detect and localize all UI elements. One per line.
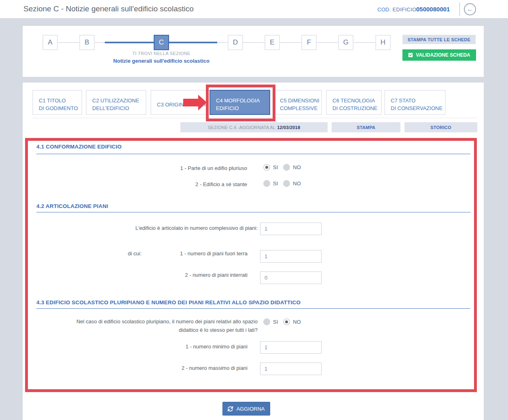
tab-c1-titolo-di-godimento[interactable]: C1 TITOLODI GODIMENTO [32, 90, 82, 115]
stepper-connector [243, 42, 265, 43]
stepper-connector-active [105, 42, 154, 43]
section-updated-date: 12/03/2018 [277, 125, 300, 130]
validate-sheet-label: VALIDAZIONE SCHEDA [416, 52, 470, 58]
field-label-parte-pluriuso: 1 - Parte di un edifio pluriuso [36, 164, 247, 172]
field-label-piani-fuori-terra: 1 - numero di piani fuori terra [36, 249, 248, 258]
step-h[interactable]: H [375, 35, 391, 50]
input-numero-massimo-piani[interactable] [260, 363, 322, 375]
radio-si[interactable] [263, 180, 270, 187]
radio-si[interactable] [263, 318, 270, 325]
step-d[interactable]: D [228, 35, 243, 50]
input-numero-minimo-piani[interactable] [260, 341, 322, 354]
field-label-edificio-se-stante: 2 - Edificio a sé stante [36, 180, 247, 189]
step-e[interactable]: E [265, 35, 280, 50]
radio-no[interactable] [283, 318, 290, 325]
annotation-arrow-icon [183, 99, 199, 106]
radio-si-label: SI [273, 180, 278, 187]
building-code-value: 0500080001 [416, 6, 450, 13]
print-button[interactable]: STAMPA [332, 122, 400, 132]
stepper-connector-active [169, 42, 217, 43]
tab-c7-stato-di-conservazione[interactable]: C7 STATODI CONSERVAZIONE [384, 90, 446, 115]
annotation-box-form [25, 138, 477, 392]
stepper-panel: A B C D E F G H TI TROVI NELLA SEZIONE N… [23, 26, 484, 77]
step-g[interactable]: G [338, 35, 353, 50]
field-label-numero-complessivo-piani: L'edificio è articolato in numero comple… [36, 224, 258, 232]
stepper-connector [58, 42, 79, 43]
radio-no-label: NO [293, 180, 301, 187]
you-are-here-label: TI TROVI NELLA SEZIONE [80, 51, 242, 56]
field-label-numero-massimo-piani: 2 - numero massimo di piani [36, 364, 248, 372]
section-42-divider [36, 212, 470, 212]
input-piani-interrati[interactable] [260, 272, 322, 284]
stepper-connector [317, 42, 338, 43]
tab-c2-utilizzazione-edificio[interactable]: C2 UTILIZZAZIONEDELL'EDIFICIO [86, 90, 146, 115]
radio-si[interactable] [263, 164, 270, 171]
tab-c5-dimensioni-complessive[interactable]: C5 DIMENSIONICOMPLESSIVE [273, 90, 322, 115]
radio-no[interactable] [283, 164, 290, 171]
tabs-separator [32, 118, 477, 118]
stepper-connector [280, 42, 301, 43]
tab-c4-morfologia-edificio[interactable]: C4 MORFOLOGIAEDIFICIO [210, 90, 270, 115]
step-c[interactable]: C [154, 35, 169, 50]
radio-group-pluripiano-question: SI NO [263, 318, 301, 325]
page-title: Sezione C - Notizie generali sull'edific… [23, 4, 194, 13]
section-43-divider [36, 308, 470, 309]
radio-no[interactable] [283, 180, 290, 187]
arrow-left-icon: ← [467, 6, 473, 13]
section-42-title: 4.2 ARTICOLAZIONE PIANI [36, 203, 108, 209]
radio-no-label: NO [293, 164, 301, 170]
annotation-arrow-head-icon [198, 95, 207, 110]
update-button[interactable]: AGGIORNA [222, 402, 270, 416]
stepper-connector [217, 42, 228, 43]
validate-sheet-button[interactable]: VALIDAZIONE SCHEDA [402, 49, 476, 61]
header-divider [459, 2, 460, 16]
radio-si-label: SI [273, 164, 278, 170]
field-label-pluripiano-question: Nel caso di edificio scolastico pluripia… [36, 317, 258, 334]
input-piani-fuori-terra[interactable] [260, 250, 322, 263]
refresh-icon [228, 406, 233, 412]
step-a[interactable]: A [42, 35, 58, 50]
tab-c6-tecnologia-di-costruzione[interactable]: C6 TECNOLOGIADI COSTRUZIONE [326, 90, 382, 115]
check-square-icon [408, 53, 413, 57]
section-41-title: 4.1 CONFORMAZIONE EDIFICIO [36, 144, 122, 150]
step-f[interactable]: F [301, 35, 317, 50]
building-code-label: COD. EDIFICIO [377, 6, 416, 13]
stepper-caption: TI TROVI NELLA SEZIONE Notizie generali … [80, 51, 242, 64]
radio-no-label: NO [293, 319, 301, 325]
back-button[interactable]: ← [464, 3, 476, 15]
top-header: Sezione C - Notizie generali sull'edific… [0, 0, 508, 19]
input-numero-complessivo-piani[interactable] [260, 223, 322, 235]
section-41-divider [36, 154, 470, 154]
print-all-sheets-button[interactable]: STAMPA TUTTE LE SCHEDE [402, 35, 476, 44]
section-updated-info: SEZIONE C.4 -AGGIORNATA AL 12/03/2018 [180, 122, 328, 132]
field-label-piani-interrati: 2 - numero di piani interrati [36, 271, 248, 279]
step-b[interactable]: B [79, 35, 95, 50]
stepper-connector [353, 42, 375, 43]
field-label-numero-minimo-piani: 1 - numero minimo di piani [36, 342, 248, 351]
current-section-name: Notizie generali sull'edificio scolastic… [80, 58, 242, 64]
radio-group-edificio-se-stante: SI NO [263, 180, 301, 187]
radio-group-parte-pluriuso: SI NO [263, 164, 301, 171]
radio-si-label: SI [273, 319, 278, 325]
update-button-label: AGGIORNA [236, 406, 265, 412]
stepper-connector [95, 42, 105, 43]
section-43-title: 4.3 EDIFICIO SCOLASTICO PLURIPIANO E NUM… [36, 299, 301, 305]
main-panel: C1 TITOLODI GODIMENTO C2 UTILIZZAZIONEDE… [23, 83, 484, 420]
history-button[interactable]: STORICO [404, 122, 477, 132]
